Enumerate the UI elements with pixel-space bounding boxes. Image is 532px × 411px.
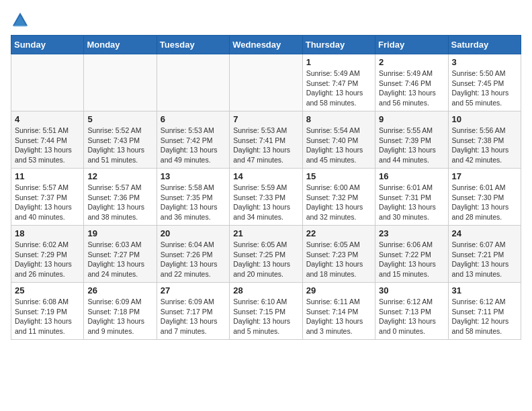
cell-info: Sunrise: 6:05 AM Sunset: 7:23 PM Dayligh… [306,240,371,279]
calendar-cell: 7Sunrise: 5:53 AM Sunset: 7:41 PM Daylig… [230,111,302,169]
calendar-cell [84,54,157,111]
calendar-cell: 28Sunrise: 6:10 AM Sunset: 7:15 PM Dayli… [230,283,302,340]
cell-info: Sunrise: 5:55 AM Sunset: 7:39 PM Dayligh… [379,126,444,165]
day-number: 19 [87,228,152,238]
cell-info: Sunrise: 5:50 AM Sunset: 7:45 PM Dayligh… [452,68,517,108]
calendar-cell: 15Sunrise: 6:00 AM Sunset: 7:32 PM Dayli… [302,169,375,226]
calendar-cell: 26Sunrise: 6:09 AM Sunset: 7:18 PM Dayli… [84,283,157,340]
calendar-header: SundayMondayTuesdayWednesdayThursdayFrid… [11,36,521,54]
cell-info: Sunrise: 6:09 AM Sunset: 7:18 PM Dayligh… [87,297,152,336]
cell-info: Sunrise: 5:57 AM Sunset: 7:37 PM Dayligh… [15,183,80,222]
calendar-cell [157,54,229,111]
calendar-cell: 17Sunrise: 6:01 AM Sunset: 7:30 PM Dayli… [448,169,521,226]
cell-info: Sunrise: 6:12 AM Sunset: 7:13 PM Dayligh… [379,297,444,336]
day-number: 17 [452,171,517,181]
calendar-cell: 30Sunrise: 6:12 AM Sunset: 7:13 PM Dayli… [375,283,448,340]
day-number: 27 [161,285,226,295]
day-number: 16 [379,171,444,181]
cell-info: Sunrise: 6:01 AM Sunset: 7:30 PM Dayligh… [452,183,517,222]
day-number: 11 [15,171,80,181]
calendar-week-row: 25Sunrise: 6:08 AM Sunset: 7:19 PM Dayli… [11,283,521,340]
day-number: 13 [161,171,226,181]
weekday-header: Tuesday [157,36,229,54]
day-number: 29 [306,285,371,295]
cell-info: Sunrise: 6:07 AM Sunset: 7:21 PM Dayligh… [452,240,517,279]
calendar-cell: 25Sunrise: 6:08 AM Sunset: 7:19 PM Dayli… [11,283,84,340]
cell-info: Sunrise: 6:08 AM Sunset: 7:19 PM Dayligh… [15,297,80,336]
calendar-cell: 8Sunrise: 5:54 AM Sunset: 7:40 PM Daylig… [302,111,375,169]
day-number: 22 [306,228,371,238]
calendar-cell: 3Sunrise: 5:50 AM Sunset: 7:45 PM Daylig… [448,54,521,111]
cell-info: Sunrise: 5:57 AM Sunset: 7:36 PM Dayligh… [87,183,152,222]
cell-info: Sunrise: 6:04 AM Sunset: 7:26 PM Dayligh… [161,240,226,279]
day-number: 7 [233,114,298,124]
calendar-week-row: 1Sunrise: 5:49 AM Sunset: 7:47 PM Daylig… [11,54,521,111]
day-number: 4 [15,114,80,124]
calendar-cell: 5Sunrise: 5:52 AM Sunset: 7:43 PM Daylig… [84,111,157,169]
day-number: 31 [452,285,517,295]
weekday-header: Friday [375,36,448,54]
calendar-cell: 21Sunrise: 6:05 AM Sunset: 7:25 PM Dayli… [230,226,302,283]
cell-info: Sunrise: 5:49 AM Sunset: 7:46 PM Dayligh… [379,68,444,108]
calendar-week-row: 18Sunrise: 6:02 AM Sunset: 7:29 PM Dayli… [11,226,521,283]
calendar-cell: 1Sunrise: 5:49 AM Sunset: 7:47 PM Daylig… [302,54,375,111]
calendar-cell: 13Sunrise: 5:58 AM Sunset: 7:35 PM Dayli… [157,169,229,226]
cell-info: Sunrise: 6:01 AM Sunset: 7:31 PM Dayligh… [379,183,444,222]
weekday-header: Sunday [11,36,84,54]
calendar-cell: 10Sunrise: 5:56 AM Sunset: 7:38 PM Dayli… [448,111,521,169]
cell-info: Sunrise: 6:09 AM Sunset: 7:17 PM Dayligh… [161,297,226,336]
calendar-cell: 29Sunrise: 6:11 AM Sunset: 7:14 PM Dayli… [302,283,375,340]
cell-info: Sunrise: 5:53 AM Sunset: 7:41 PM Dayligh… [233,126,298,165]
day-number: 23 [379,228,444,238]
day-number: 6 [161,114,226,124]
calendar-cell: 31Sunrise: 6:12 AM Sunset: 7:11 PM Dayli… [448,283,521,340]
day-number: 15 [306,171,371,181]
calendar-table: SundayMondayTuesdayWednesdayThursdayFrid… [11,35,521,340]
day-number: 12 [87,171,152,181]
cell-info: Sunrise: 6:12 AM Sunset: 7:11 PM Dayligh… [452,297,517,336]
day-number: 26 [87,285,152,295]
calendar-cell: 16Sunrise: 6:01 AM Sunset: 7:31 PM Dayli… [375,169,448,226]
calendar-cell: 9Sunrise: 5:55 AM Sunset: 7:39 PM Daylig… [375,111,448,169]
weekday-header: Saturday [448,36,521,54]
day-number: 20 [161,228,226,238]
calendar-cell: 24Sunrise: 6:07 AM Sunset: 7:21 PM Dayli… [448,226,521,283]
calendar-cell: 18Sunrise: 6:02 AM Sunset: 7:29 PM Dayli… [11,226,84,283]
cell-info: Sunrise: 5:59 AM Sunset: 7:33 PM Dayligh… [233,183,298,222]
calendar-body: 1Sunrise: 5:49 AM Sunset: 7:47 PM Daylig… [11,54,521,340]
day-number: 9 [379,114,444,124]
calendar-cell: 20Sunrise: 6:04 AM Sunset: 7:26 PM Dayli… [157,226,229,283]
weekday-header: Wednesday [230,36,302,54]
calendar-cell: 19Sunrise: 6:03 AM Sunset: 7:27 PM Dayli… [84,226,157,283]
calendar-cell: 2Sunrise: 5:49 AM Sunset: 7:46 PM Daylig… [375,54,448,111]
cell-info: Sunrise: 5:51 AM Sunset: 7:44 PM Dayligh… [15,126,80,165]
calendar-cell: 23Sunrise: 6:06 AM Sunset: 7:22 PM Dayli… [375,226,448,283]
day-number: 30 [379,285,444,295]
day-number: 3 [452,57,517,67]
cell-info: Sunrise: 6:11 AM Sunset: 7:14 PM Dayligh… [306,297,371,336]
day-number: 8 [306,114,371,124]
day-number: 1 [306,57,371,67]
calendar-cell: 11Sunrise: 5:57 AM Sunset: 7:37 PM Dayli… [11,169,84,226]
cell-info: Sunrise: 6:05 AM Sunset: 7:25 PM Dayligh… [233,240,298,279]
cell-info: Sunrise: 6:06 AM Sunset: 7:22 PM Dayligh… [379,240,444,279]
cell-info: Sunrise: 6:00 AM Sunset: 7:32 PM Dayligh… [306,183,371,222]
cell-info: Sunrise: 5:54 AM Sunset: 7:40 PM Dayligh… [306,126,371,165]
calendar-cell [230,54,302,111]
day-number: 21 [233,228,298,238]
day-number: 18 [15,228,80,238]
day-number: 14 [233,171,298,181]
page-header [11,11,521,30]
cell-info: Sunrise: 5:49 AM Sunset: 7:47 PM Dayligh… [306,68,371,108]
cell-info: Sunrise: 6:10 AM Sunset: 7:15 PM Dayligh… [233,297,298,336]
calendar-cell [11,54,84,111]
cell-info: Sunrise: 5:53 AM Sunset: 7:42 PM Dayligh… [161,126,226,165]
calendar-cell: 14Sunrise: 5:59 AM Sunset: 7:33 PM Dayli… [230,169,302,226]
day-number: 2 [379,57,444,67]
calendar-cell: 22Sunrise: 6:05 AM Sunset: 7:23 PM Dayli… [302,226,375,283]
cell-info: Sunrise: 6:03 AM Sunset: 7:27 PM Dayligh… [87,240,152,279]
calendar-cell: 27Sunrise: 6:09 AM Sunset: 7:17 PM Dayli… [157,283,229,340]
calendar-week-row: 4Sunrise: 5:51 AM Sunset: 7:44 PM Daylig… [11,111,521,169]
day-number: 10 [452,114,517,124]
calendar-cell: 6Sunrise: 5:53 AM Sunset: 7:42 PM Daylig… [157,111,229,169]
